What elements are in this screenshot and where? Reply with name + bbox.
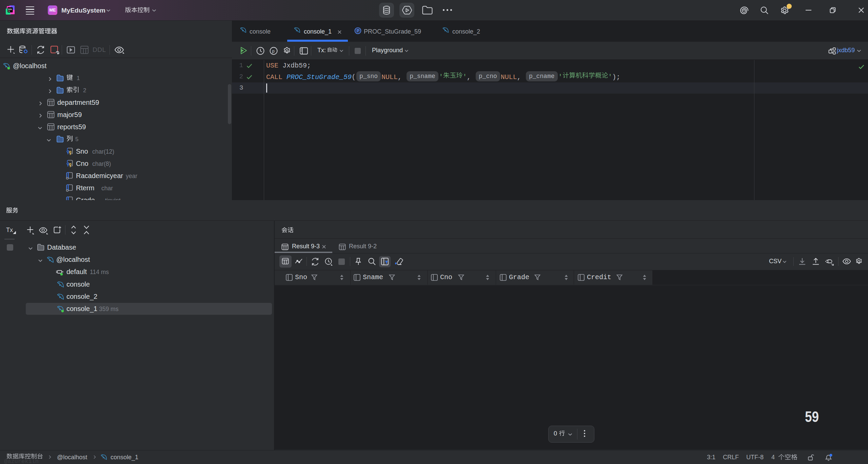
svg-text:p: p xyxy=(272,49,275,54)
svg-text:DG: DG xyxy=(8,8,12,11)
svg-text:P: P xyxy=(357,28,359,33)
